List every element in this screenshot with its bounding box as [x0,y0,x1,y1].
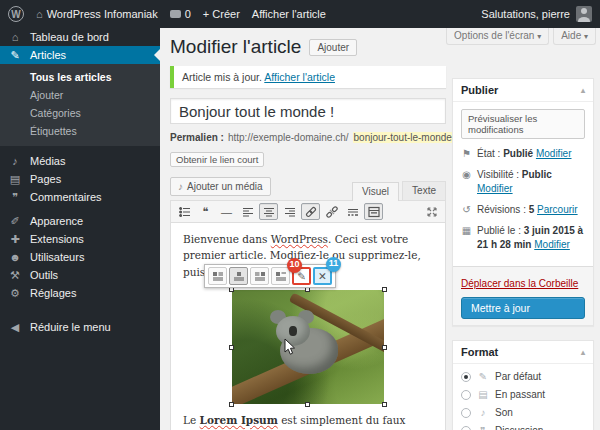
screen-options-button[interactable]: Options de l'écran ▾ [446,28,549,45]
radio-button[interactable] [461,408,471,418]
page-title: Modifier l'article [170,36,301,58]
tab-text[interactable]: Texte [402,181,446,200]
sidebar-item-outils[interactable]: ⚒Outils [0,266,160,284]
collapse-panel-icon[interactable]: ▴ [581,86,585,95]
pin-icon: ✎ [8,49,22,62]
koala-graphic [289,326,297,336]
format-option-par-défaut[interactable]: ✎Par défaut [461,371,585,382]
submenu-item-catégories[interactable]: Catégories [0,104,160,122]
editor: ❝— Bienvenue dans WordPress. Ceci est vo… [170,200,446,430]
submenu-item-tous-les-articles[interactable]: Tous les articles [0,68,160,86]
image-align-center-button[interactable] [229,267,248,285]
distraction-free-button[interactable] [422,203,441,220]
koala-image[interactable] [232,290,384,404]
publish-row-text: Révisions : 5 Parcourir [477,203,578,217]
add-new-button[interactable]: Ajouter [309,39,357,56]
sidebar-item-pages[interactable]: ▤Pages [0,170,160,188]
publish-panel-header[interactable]: Publier ▴ [453,79,593,102]
more-tag-button[interactable] [343,203,362,220]
preview-changes-button[interactable]: Prévisualiser les modifications [461,109,585,139]
collapse-menu-button[interactable]: ◀Réduire le menu [0,318,160,336]
sidebar-item-utilisateurs[interactable]: ☻Utilisateurs [0,248,160,266]
update-button[interactable]: Mettre à jour [461,297,585,319]
avatar[interactable] [576,6,592,22]
admin-bar: W ⌂ WordPress Infomaniak 0 + Créer Affic… [0,0,600,28]
image-align-right-button[interactable] [250,267,269,285]
paragraph[interactable]: Le Lorem Ipsum est simplement du faux te… [183,412,433,430]
format-panel: Format ▴ ✎Par défaut▤En passant♪Son❞Disc… [452,340,594,430]
radio-button[interactable] [461,426,471,430]
post-title-input[interactable] [170,98,446,124]
toolbar-toggle-button[interactable] [364,203,383,220]
resize-handle[interactable] [229,402,234,407]
sidebar-item-label: Utilisateurs [30,251,84,263]
submenu-item-étiquettes[interactable]: Étiquettes [0,122,160,140]
sidebar-item-r-glages[interactable]: ⚙Réglages [0,284,160,302]
account-greeting[interactable]: Salutations, pierre [481,8,570,20]
format-option-en-passant[interactable]: ▤En passant [461,389,585,400]
sidebar-item-extensions[interactable]: ✚Extensions [0,230,160,248]
editor-content[interactable]: Bienvenue dans WordPress. Ceci est votre… [171,223,445,430]
format-option-label: Discussion [495,425,543,430]
format-aside-icon: ▤ [477,389,489,400]
image-remove-button[interactable]: ✕11 [313,267,332,285]
permalink-label: Permalien : [170,132,224,143]
add-media-button[interactable]: ♪ Ajouter un média [170,177,271,196]
image-align-left-button[interactable] [208,267,227,285]
resize-handle[interactable] [382,345,387,350]
selected-image-block[interactable]: ✎10✕11 [232,290,384,404]
calendar-icon: ▦ [461,224,472,238]
modifier-link[interactable]: Modifier [477,183,513,194]
sidebar-item-label: Articles [30,49,66,61]
align-right-button[interactable] [280,203,299,220]
resize-handle[interactable] [382,402,387,407]
move-to-trash-link[interactable]: Déplacer dans la Corbeille [461,278,578,289]
format-option-label: En passant [495,389,545,400]
format-option-discussion[interactable]: ❞Discussion [461,425,585,430]
sidebar-item-label: Outils [30,269,58,281]
help-button[interactable]: Aide ▾ [553,28,596,45]
parcourir-link[interactable]: Parcourir [537,204,578,215]
image-edit-button[interactable]: ✎10 [292,267,311,285]
menu-separator [0,302,160,308]
align-left-button[interactable] [238,203,257,220]
image-align-none-button[interactable] [271,267,290,285]
update-notice: Article mis à jour. Afficher l'article [170,66,446,88]
align-center-button[interactable] [259,203,278,220]
radio-button[interactable] [461,372,471,382]
collapse-panel-icon[interactable]: ▴ [581,348,585,357]
permalink-base: http://exemple-domaine.ch/ [228,132,349,143]
view-post-shortcut[interactable]: Afficher l'article [252,8,326,20]
text-segment: Bienvenue dans [183,233,271,245]
resize-handle[interactable] [229,345,234,350]
hr-button[interactable]: — [217,203,236,220]
sidebar-item-apparence[interactable]: ✐Apparence [0,212,160,230]
site-menu[interactable]: ⌂ WordPress Infomaniak [36,8,158,20]
get-shortlink-button[interactable]: Obtenir le lien court [170,152,264,167]
modifier-link[interactable]: Modifier [534,239,570,250]
view-post-link[interactable]: Afficher l'article [264,71,335,83]
resize-handle[interactable] [305,402,310,407]
sidebar-item-commentaires[interactable]: ❞Commentaires [0,188,160,206]
comments-shortcut[interactable]: 0 [170,8,191,20]
bulleted-list-button[interactable] [175,203,194,220]
wordpress-logo-icon[interactable]: W [8,6,24,22]
sidebar-item-m-dias[interactable]: ♪Médias [0,152,160,170]
admin-sidebar: ⌂Tableau de bord✎ArticlesTous les articl… [0,28,160,430]
unlink-button[interactable] [322,203,341,220]
new-content-button[interactable]: + Créer [203,8,240,20]
sidebar-item-tableau-de-bord[interactable]: ⌂Tableau de bord [0,28,160,46]
radio-button[interactable] [461,390,471,400]
link-button[interactable] [301,203,320,220]
modifier-link[interactable]: Modifier [536,148,572,159]
sidebar-item-articles[interactable]: ✎Articles [0,46,160,64]
blockquote-button[interactable]: ❝ [196,203,215,220]
resize-handle[interactable] [382,287,387,292]
tab-visual[interactable]: Visuel [352,182,399,201]
format-option-son[interactable]: ♪Son [461,407,585,418]
permalink-slug[interactable]: bonjour-tout-le-monde/ [353,132,456,143]
text-segment: Le [183,414,200,426]
submenu-item-ajouter[interactable]: Ajouter [0,86,160,104]
format-panel-header[interactable]: Format ▴ [453,341,593,364]
revisions-clock-icon: ↺ [461,203,472,217]
